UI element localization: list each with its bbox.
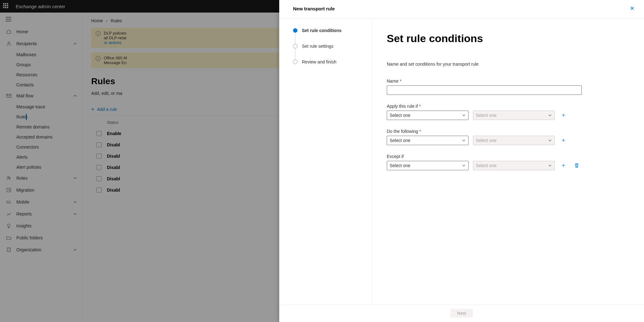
action-dropdown[interactable]: Select one — [387, 136, 469, 145]
apply-label: Apply this rule if * — [387, 104, 625, 109]
except-label: Except if — [387, 154, 625, 159]
except-condition-dropdown[interactable]: Select one — [387, 161, 469, 170]
step-conditions[interactable]: Set rule conditions — [293, 28, 363, 44]
chevron-down-icon — [548, 113, 552, 117]
add-condition-button[interactable]: + — [559, 111, 568, 120]
do-label: Do the following * — [387, 129, 625, 134]
name-input[interactable] — [387, 85, 582, 95]
chevron-down-icon — [462, 139, 466, 142]
chevron-down-icon — [548, 139, 552, 142]
next-button[interactable]: Next — [450, 309, 473, 318]
apply-condition-dropdown[interactable]: Select one — [387, 111, 469, 120]
step-review[interactable]: Review and finish — [293, 59, 363, 64]
form-description: Name and set conditions for your transpo… — [387, 62, 625, 67]
step-settings[interactable]: Set rule settings — [293, 44, 363, 59]
name-label: Name * — [387, 79, 625, 84]
chevron-down-icon — [548, 164, 552, 167]
close-icon[interactable]: ✕ — [630, 5, 635, 12]
except-value-dropdown[interactable]: Select one — [473, 161, 555, 170]
form-heading: Set rule conditions — [387, 32, 625, 45]
delete-exception-button[interactable] — [572, 161, 581, 170]
add-action-button[interactable]: + — [559, 136, 568, 145]
chevron-down-icon — [462, 164, 466, 167]
new-rule-panel: New transport rule ✕ Set rule conditions… — [279, 0, 644, 322]
apply-value-dropdown[interactable]: Select one — [473, 111, 555, 120]
add-exception-button[interactable]: + — [559, 161, 568, 170]
wizard-steps: Set rule conditions Set rule settings Re… — [279, 19, 372, 304]
panel-title: New transport rule — [293, 6, 335, 11]
action-value-dropdown[interactable]: Select one — [473, 136, 555, 145]
chevron-down-icon — [462, 113, 466, 117]
